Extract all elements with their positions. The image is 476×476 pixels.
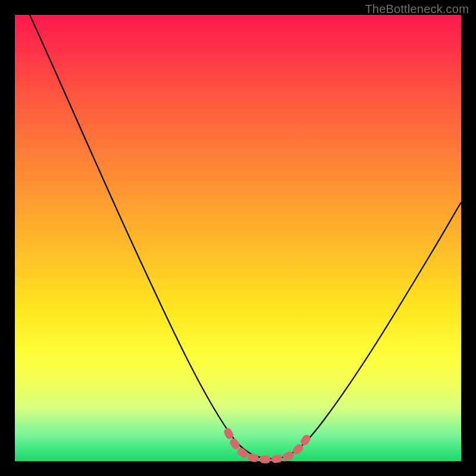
chart-frame: TheBottleneck.com xyxy=(0,0,476,476)
plot-area xyxy=(15,15,461,461)
watermark-text: TheBottleneck.com xyxy=(365,2,469,16)
chart-svg xyxy=(15,15,461,461)
bottleneck-curve xyxy=(30,15,461,459)
